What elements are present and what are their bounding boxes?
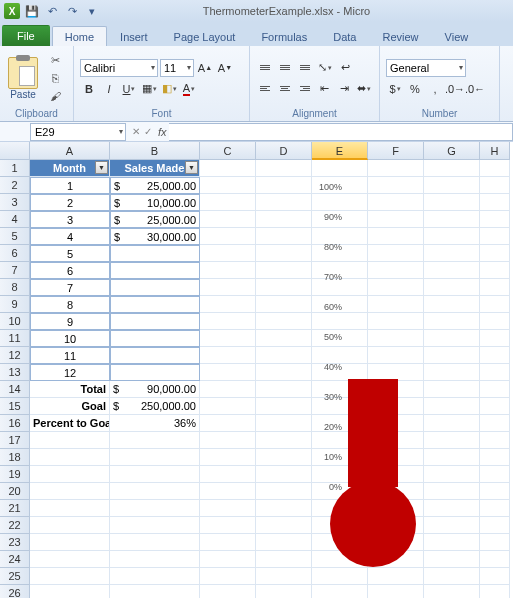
cell[interactable]: [110, 551, 200, 568]
cell[interactable]: 2: [30, 194, 110, 211]
col-header[interactable]: A: [30, 142, 110, 160]
copy-icon[interactable]: ⎘: [46, 70, 64, 86]
cell[interactable]: [480, 347, 510, 364]
col-header[interactable]: F: [368, 142, 424, 160]
row-header[interactable]: 17: [0, 432, 30, 449]
cell[interactable]: [200, 330, 256, 347]
cell[interactable]: [30, 568, 110, 585]
cell[interactable]: [30, 449, 110, 466]
cell[interactable]: [256, 160, 312, 177]
cell[interactable]: $25,000.00: [110, 177, 200, 194]
cell[interactable]: Total: [30, 381, 110, 398]
cell[interactable]: [110, 432, 200, 449]
cell[interactable]: 1: [30, 177, 110, 194]
cell[interactable]: [110, 517, 200, 534]
italic-button[interactable]: I: [100, 80, 118, 98]
cell[interactable]: 4: [30, 228, 110, 245]
percent-format-button[interactable]: %: [406, 80, 424, 98]
cell[interactable]: [110, 262, 200, 279]
cell[interactable]: [480, 415, 510, 432]
cell[interactable]: [480, 449, 510, 466]
cell[interactable]: 7: [30, 279, 110, 296]
row-header[interactable]: 12: [0, 347, 30, 364]
cell[interactable]: [480, 279, 510, 296]
cell[interactable]: [256, 551, 312, 568]
col-header[interactable]: G: [424, 142, 480, 160]
number-format-combo[interactable]: General: [386, 59, 466, 77]
row-header[interactable]: 13: [0, 364, 30, 381]
cell[interactable]: [200, 194, 256, 211]
cell[interactable]: Goal: [30, 398, 110, 415]
cell[interactable]: [480, 228, 510, 245]
cell[interactable]: [480, 568, 510, 585]
cell[interactable]: 10: [30, 330, 110, 347]
cell[interactable]: [480, 177, 510, 194]
bold-button[interactable]: B: [80, 80, 98, 98]
increase-indent-icon[interactable]: ⇥: [335, 80, 353, 98]
cell[interactable]: [480, 330, 510, 347]
paste-button[interactable]: Paste: [6, 55, 40, 102]
row-header[interactable]: 22: [0, 517, 30, 534]
cell[interactable]: [200, 211, 256, 228]
row-header[interactable]: 18: [0, 449, 30, 466]
cell[interactable]: [200, 585, 256, 598]
row-header[interactable]: 3: [0, 194, 30, 211]
row-header[interactable]: 5: [0, 228, 30, 245]
name-box[interactable]: E29: [30, 123, 126, 141]
cell[interactable]: [312, 568, 368, 585]
border-button[interactable]: ▦: [140, 80, 158, 98]
cell[interactable]: [480, 500, 510, 517]
cell[interactable]: [424, 585, 480, 598]
tab-home[interactable]: Home: [52, 26, 107, 46]
cell[interactable]: [480, 534, 510, 551]
cell[interactable]: [110, 466, 200, 483]
font-size-combo[interactable]: 11: [160, 59, 194, 77]
row-header[interactable]: 20: [0, 483, 30, 500]
increase-decimal-icon[interactable]: .0→: [446, 80, 464, 98]
save-icon[interactable]: 💾: [24, 3, 40, 19]
cell[interactable]: [110, 330, 200, 347]
row-header[interactable]: 4: [0, 211, 30, 228]
cell[interactable]: [480, 432, 510, 449]
cell[interactable]: [200, 568, 256, 585]
cell[interactable]: [200, 177, 256, 194]
align-center-icon[interactable]: [276, 80, 294, 98]
cell[interactable]: [368, 568, 424, 585]
row-header[interactable]: 23: [0, 534, 30, 551]
decrease-decimal-icon[interactable]: .0←: [466, 80, 484, 98]
cell[interactable]: [480, 296, 510, 313]
cell[interactable]: [480, 466, 510, 483]
decrease-font-icon[interactable]: A▼: [216, 59, 234, 77]
merge-center-button[interactable]: ⬌: [355, 80, 373, 98]
row-header[interactable]: 8: [0, 279, 30, 296]
row-header[interactable]: 16: [0, 415, 30, 432]
qat-dropdown-icon[interactable]: ▾: [84, 3, 100, 19]
underline-button[interactable]: U: [120, 80, 138, 98]
row-header[interactable]: 1: [0, 160, 30, 177]
cell[interactable]: 12: [30, 364, 110, 381]
cell[interactable]: [30, 585, 110, 598]
accounting-format-button[interactable]: $: [386, 80, 404, 98]
thermometer-chart[interactable]: 100%90%80%70%60%50%40%30%20%10%0%: [300, 187, 450, 547]
cell[interactable]: [110, 364, 200, 381]
format-painter-icon[interactable]: 🖌: [46, 88, 64, 104]
cell[interactable]: 9: [30, 313, 110, 330]
cell[interactable]: 5: [30, 245, 110, 262]
col-header[interactable]: D: [256, 142, 312, 160]
cell[interactable]: [110, 245, 200, 262]
col-header[interactable]: E: [312, 142, 368, 160]
cell[interactable]: [424, 160, 480, 177]
cell[interactable]: 8: [30, 296, 110, 313]
cut-icon[interactable]: ✂: [46, 52, 64, 68]
align-right-icon[interactable]: [296, 80, 314, 98]
row-header[interactable]: 7: [0, 262, 30, 279]
row-header[interactable]: 24: [0, 551, 30, 568]
cell[interactable]: Percent to Goal: [30, 415, 110, 432]
cell[interactable]: [110, 534, 200, 551]
cell[interactable]: [200, 313, 256, 330]
cell[interactable]: [200, 415, 256, 432]
cell[interactable]: [200, 517, 256, 534]
cell[interactable]: [480, 483, 510, 500]
cell[interactable]: [480, 585, 510, 598]
cell[interactable]: [480, 398, 510, 415]
